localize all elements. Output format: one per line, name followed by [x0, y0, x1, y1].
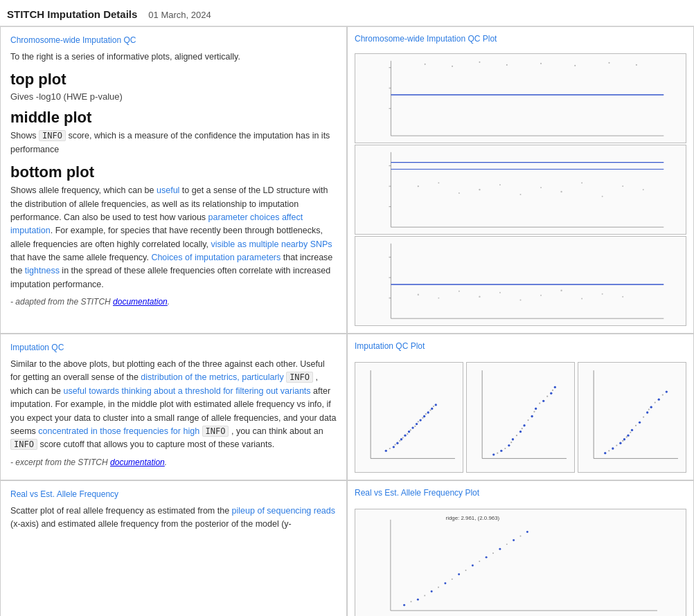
main-grid: Chromosome-wide Imputation QC To the rig…	[0, 26, 694, 616]
svg-point-87	[512, 438, 514, 440]
imputation-qc-link[interactable]: documentation	[110, 458, 165, 467]
svg-point-58	[396, 442, 398, 444]
middle-plot-description: Shows INFO score, which is a measure of …	[10, 129, 337, 156]
svg-point-66	[427, 411, 429, 413]
svg-point-88	[519, 431, 522, 433]
svg-rect-15	[371, 145, 670, 234]
svg-point-8	[479, 62, 480, 63]
svg-point-85	[500, 450, 502, 452]
svg-point-62	[411, 426, 413, 428]
svg-point-95	[497, 453, 498, 454]
svg-point-124	[635, 425, 637, 426]
svg-rect-35	[371, 237, 670, 325]
svg-point-57	[393, 446, 395, 448]
svg-point-122	[626, 436, 628, 437]
svg-point-145	[438, 587, 439, 588]
svg-point-32	[602, 196, 603, 197]
svg-point-29	[540, 187, 542, 188]
top-plot-description: Gives -log10 (HWE p-value)	[10, 91, 337, 102]
svg-point-113	[631, 429, 633, 431]
svg-point-142	[526, 531, 528, 533]
svg-point-79	[429, 410, 431, 411]
svg-point-94	[554, 386, 556, 388]
svg-point-69	[389, 448, 391, 449]
svg-point-148	[479, 561, 480, 562]
svg-point-26	[479, 189, 480, 190]
svg-point-140	[499, 548, 501, 550]
svg-point-11	[574, 65, 576, 66]
svg-point-128	[662, 394, 664, 395]
svg-rect-81	[467, 363, 574, 470]
svg-point-28	[520, 194, 522, 195]
svg-point-86	[508, 444, 510, 446]
svg-point-47	[520, 300, 522, 301]
svg-point-110	[619, 442, 621, 444]
svg-point-112	[627, 435, 629, 437]
chromosome-qc-link[interactable]: documentation	[113, 297, 168, 307]
imputation-qc-right-svg	[578, 363, 686, 470]
svg-point-93	[550, 392, 552, 395]
svg-point-56	[385, 450, 387, 452]
svg-point-119	[608, 450, 610, 451]
svg-point-67	[431, 408, 433, 410]
middle-plot-heading: middle plot	[10, 109, 337, 127]
svg-point-51	[602, 293, 603, 295]
svg-point-65	[423, 415, 425, 417]
imputation-qc-plot-row	[355, 362, 686, 473]
imputation-qc-text-panel: Imputation QC Similar to the above plots…	[0, 334, 347, 480]
info-code-1: INFO	[39, 130, 66, 141]
svg-point-144	[424, 595, 425, 596]
svg-point-98	[516, 435, 517, 436]
page-date: 01 March, 2024	[148, 10, 211, 20]
svg-point-12	[609, 62, 610, 64]
svg-point-147	[465, 570, 467, 571]
svg-point-123	[630, 432, 631, 433]
svg-point-120	[616, 444, 617, 446]
svg-point-141	[513, 539, 515, 541]
imputation-qc-left-svg	[355, 363, 463, 470]
svg-point-77	[422, 417, 423, 419]
svg-point-34	[643, 189, 644, 190]
svg-point-72	[402, 437, 404, 438]
chrom-top-svg	[355, 54, 686, 143]
imputation-qc-plot-panel: Imputation QC Plot	[347, 334, 694, 480]
imputation-qc-plot-title: Imputation QC Plot	[355, 341, 686, 351]
svg-rect-105	[578, 363, 686, 470]
svg-point-138	[472, 564, 474, 566]
svg-point-101	[533, 411, 535, 413]
svg-point-84	[492, 453, 495, 455]
real-vs-est-plot-panel: Real vs Est. Allele Frequency Plot ridge…	[347, 480, 694, 616]
chromosome-qc-title: Chromosome-wide Imputation QC	[10, 35, 337, 45]
page-title: STITCH Imputation Details	[7, 8, 137, 20]
imputation-qc-right-plot	[578, 362, 686, 473]
chromosome-qc-plot-panel: Chromosome-wide Imputation QC Plot	[347, 26, 694, 334]
page-header: STITCH Imputation Details 01 March, 2024	[0, 0, 694, 26]
svg-point-115	[646, 411, 648, 413]
svg-point-71	[399, 440, 400, 442]
svg-point-13	[636, 64, 637, 66]
real-vs-est-text-panel: Real vs Est. Allele Frequency Scatter pl…	[0, 480, 347, 616]
svg-point-6	[425, 64, 426, 65]
svg-point-50	[581, 298, 582, 300]
svg-point-48	[540, 295, 542, 296]
svg-point-150	[506, 543, 508, 545]
svg-point-33	[622, 185, 623, 187]
svg-point-74	[410, 429, 411, 431]
imputation-qc-left-plot	[355, 362, 463, 473]
real-vs-est-plot: ridge: 2.961, (2.0.963)	[355, 509, 686, 616]
chromosome-qc-plots	[355, 53, 686, 326]
info-code-3: INFO	[202, 426, 229, 437]
svg-point-116	[650, 406, 652, 408]
svg-point-30	[560, 191, 562, 192]
svg-point-96	[504, 448, 506, 449]
svg-point-76	[418, 421, 419, 422]
info-code-2: INFO	[286, 372, 313, 383]
svg-point-111	[623, 438, 625, 440]
svg-point-146	[452, 579, 453, 580]
chrom-top-subplot	[355, 53, 686, 143]
chrom-bottom-svg	[355, 237, 686, 325]
svg-point-45	[479, 296, 480, 297]
svg-point-31	[581, 182, 582, 183]
svg-point-92	[542, 400, 544, 402]
svg-point-27	[499, 184, 501, 185]
